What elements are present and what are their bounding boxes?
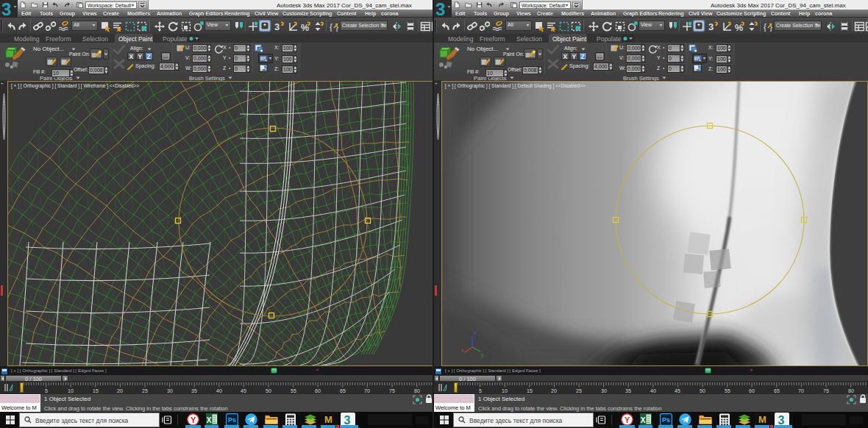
svg-text:65: 65 xyxy=(340,388,346,393)
svg-text:35: 35 xyxy=(625,388,631,393)
svg-text:10: 10 xyxy=(68,388,74,393)
svg-text:30: 30 xyxy=(167,388,173,393)
svg-text:20: 20 xyxy=(551,388,557,393)
svg-text:X: X xyxy=(207,416,212,424)
svg-text:55: 55 xyxy=(291,388,296,393)
svg-text:25: 25 xyxy=(142,388,148,393)
svg-text:45: 45 xyxy=(241,388,246,393)
svg-text:55: 55 xyxy=(725,388,730,393)
svg-text:60: 60 xyxy=(749,388,755,393)
svg-text:35: 35 xyxy=(191,388,197,393)
svg-text:%: % xyxy=(735,23,743,32)
svg-text:X: X xyxy=(641,416,646,424)
svg-text:15: 15 xyxy=(93,388,99,393)
svg-text:Y: Y xyxy=(625,415,630,424)
svg-text:75: 75 xyxy=(823,388,829,393)
svg-text:3: 3 xyxy=(274,21,280,32)
svg-text:Ps: Ps xyxy=(662,416,670,424)
svg-text:{: { xyxy=(330,22,332,32)
svg-text:Y: Y xyxy=(191,415,196,424)
svg-text:}: } xyxy=(769,22,772,32)
svg-text:25: 25 xyxy=(576,388,582,393)
svg-text:40: 40 xyxy=(216,388,222,393)
svg-text:70: 70 xyxy=(364,388,370,393)
svg-text:3: 3 xyxy=(435,0,445,18)
svg-text:10: 10 xyxy=(502,388,508,393)
svg-text:75: 75 xyxy=(389,388,395,393)
svg-text:70: 70 xyxy=(798,388,804,393)
svg-text:80: 80 xyxy=(848,388,854,393)
svg-text:%: % xyxy=(301,23,309,32)
svg-text:40: 40 xyxy=(650,388,656,393)
svg-text:20: 20 xyxy=(117,388,123,393)
svg-text:5: 5 xyxy=(479,388,482,393)
svg-text:80: 80 xyxy=(414,388,420,393)
svg-text:}: } xyxy=(335,22,338,32)
svg-text:3: 3 xyxy=(708,21,714,32)
svg-text:65: 65 xyxy=(774,388,780,393)
svg-text:15: 15 xyxy=(527,388,533,393)
svg-text:30: 30 xyxy=(601,388,607,393)
svg-text:5: 5 xyxy=(45,388,48,393)
svg-text:z: z xyxy=(474,330,476,335)
svg-text:45: 45 xyxy=(675,388,680,393)
svg-text:Ps: Ps xyxy=(228,416,236,424)
svg-text:50: 50 xyxy=(266,388,271,393)
svg-text:{: { xyxy=(764,22,766,32)
svg-text:50: 50 xyxy=(700,388,705,393)
svg-text:60: 60 xyxy=(315,388,321,393)
svg-text:3: 3 xyxy=(1,0,11,18)
